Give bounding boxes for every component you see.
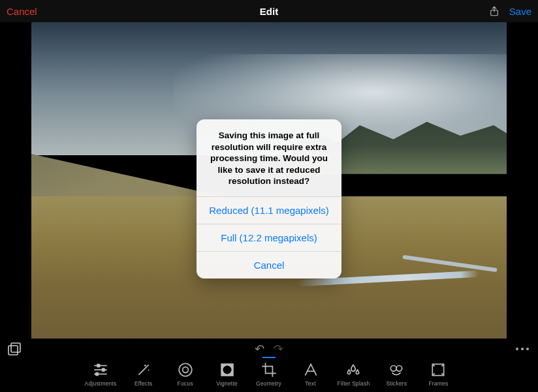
tool-frames[interactable]: Frames <box>423 361 453 387</box>
share-icon[interactable] <box>488 4 500 18</box>
more-icon[interactable] <box>516 348 529 350</box>
nav-left: Cancel <box>7 6 37 17</box>
svg-point-12 <box>223 366 231 374</box>
tool-adjustments[interactable]: Adjustments <box>85 361 117 387</box>
stickers-icon <box>387 361 405 379</box>
tool-label: Vignette <box>216 380 238 387</box>
tool-label: Frames <box>428 380 448 387</box>
vignette-icon <box>218 361 236 379</box>
crop-icon <box>260 361 278 379</box>
toolbar: Adjustments Effects Focus Vignette <box>0 359 538 392</box>
frames-icon <box>429 361 447 379</box>
navbar: Cancel Edit Save <box>0 0 538 22</box>
tool-stickers[interactable]: Stickers <box>381 361 411 387</box>
svg-point-9 <box>179 363 192 376</box>
save-button[interactable]: Save <box>509 6 531 17</box>
svg-point-10 <box>182 367 188 373</box>
thumbnails-icon[interactable] <box>7 341 22 357</box>
tool-text[interactable]: Text <box>296 361 326 387</box>
save-reduced-button[interactable]: Reduced (11.1 megapixels) <box>197 196 341 224</box>
text-icon <box>302 361 320 379</box>
tool-filter-splash[interactable]: Filter Splash <box>338 361 370 387</box>
tool-label: Focus <box>177 380 193 387</box>
undo-redo-group: ↶ ↷ <box>255 342 283 356</box>
svg-rect-2 <box>11 343 20 352</box>
tool-geometry[interactable]: Geometry <box>254 361 284 387</box>
save-resolution-sheet: Saving this image at full resolution wil… <box>197 119 341 279</box>
svg-rect-1 <box>8 346 18 355</box>
undo-icon[interactable]: ↶ <box>255 342 264 356</box>
svg-point-15 <box>396 366 402 372</box>
svg-point-4 <box>97 364 100 367</box>
tool-label: Filter Splash <box>338 380 370 387</box>
magic-wand-icon <box>134 361 153 379</box>
nav-right: Save <box>488 4 531 18</box>
focus-icon <box>176 361 195 379</box>
tool-label: Geometry <box>256 380 281 387</box>
tool-label: Stickers <box>386 380 407 387</box>
splash-icon <box>344 361 362 379</box>
svg-point-6 <box>102 369 104 371</box>
sheet-message: Saving this image at full resolution wil… <box>197 119 341 196</box>
cancel-button[interactable]: Cancel <box>7 6 37 17</box>
svg-point-14 <box>391 366 397 372</box>
svg-point-8 <box>95 372 98 375</box>
tool-label: Effects <box>134 380 152 387</box>
page-title: Edit <box>260 6 278 17</box>
sheet-cancel-button[interactable]: Cancel <box>197 251 341 279</box>
sliders-icon <box>91 361 110 379</box>
redo-icon[interactable]: ↷ <box>274 342 283 356</box>
tool-focus[interactable]: Focus <box>170 361 200 387</box>
tool-vignette[interactable]: Vignette <box>212 361 242 387</box>
tool-label: Adjustments <box>85 380 117 387</box>
tool-effects[interactable]: Effects <box>129 361 159 387</box>
save-full-button[interactable]: Full (12.2 megapixels) <box>197 224 341 251</box>
tool-label: Text <box>305 380 315 387</box>
